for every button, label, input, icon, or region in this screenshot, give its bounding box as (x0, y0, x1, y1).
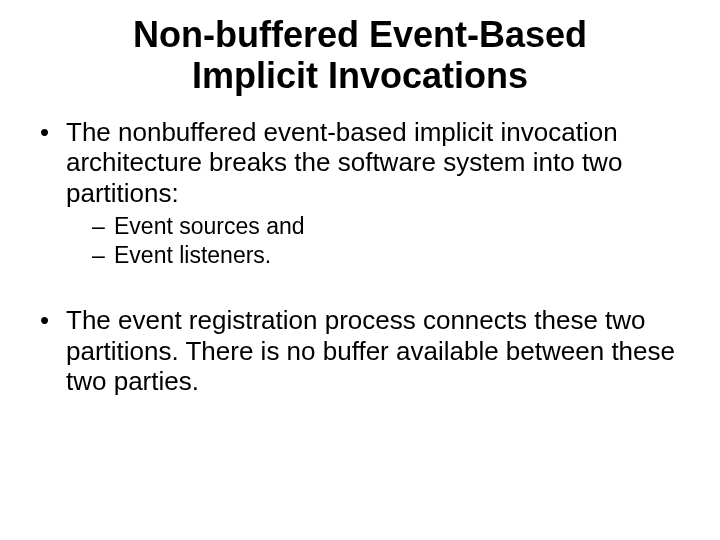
sub-bullet-list: Event sources and Event listeners. (66, 213, 690, 269)
sub-bullet-item: Event listeners. (92, 242, 690, 269)
bullet-list: The event registration process connects … (30, 305, 690, 397)
slide-title: Non-buffered Event-Based Implicit Invoca… (70, 14, 650, 97)
bullet-text: The nonbuffered event-based implicit inv… (66, 117, 622, 208)
slide: Non-buffered Event-Based Implicit Invoca… (0, 0, 720, 540)
bullet-text: The event registration process connects … (66, 305, 675, 396)
bullet-item: The nonbuffered event-based implicit inv… (40, 117, 690, 269)
sub-bullet-text: Event listeners. (114, 242, 271, 268)
bullet-item: The event registration process connects … (40, 305, 690, 397)
spacer (30, 275, 690, 305)
slide-body: The nonbuffered event-based implicit inv… (30, 117, 690, 397)
bullet-list: The nonbuffered event-based implicit inv… (30, 117, 690, 269)
sub-bullet-text: Event sources and (114, 213, 305, 239)
sub-bullet-item: Event sources and (92, 213, 690, 240)
